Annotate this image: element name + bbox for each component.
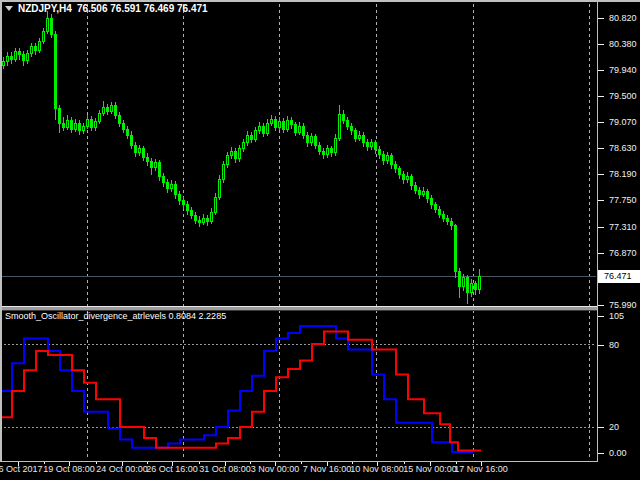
candle-bear bbox=[355, 131, 357, 138]
candle-bull bbox=[327, 149, 329, 155]
candle-bear bbox=[447, 218, 449, 221]
candle-bull bbox=[103, 107, 105, 113]
candle-bear bbox=[283, 121, 285, 129]
candle-bear bbox=[159, 163, 161, 177]
candle-bear bbox=[415, 186, 417, 191]
candle-bull bbox=[463, 278, 465, 287]
candle-bull bbox=[239, 149, 241, 159]
candle-bear bbox=[379, 150, 381, 155]
candle-bull bbox=[223, 165, 225, 180]
candle-bear bbox=[307, 135, 309, 143]
candle-bear bbox=[191, 211, 193, 216]
candle-bull bbox=[111, 105, 113, 111]
candle-bull bbox=[27, 54, 29, 61]
indicator-label: Smooth_Oscillator_divergence_atrlevels 0… bbox=[5, 311, 226, 321]
current-price-value: 76.471 bbox=[604, 271, 632, 281]
candle-bear bbox=[251, 135, 253, 139]
candle-bear bbox=[23, 55, 25, 61]
candle-bull bbox=[39, 42, 41, 50]
candle-bull bbox=[155, 163, 157, 168]
candle-bear bbox=[363, 135, 365, 143]
candle-bull bbox=[423, 192, 425, 195]
price-axis-label: 78.190 bbox=[609, 169, 637, 179]
candle-bear bbox=[263, 126, 265, 133]
candle-bear bbox=[399, 169, 401, 175]
candle-bull bbox=[371, 143, 373, 147]
time-axis-label: 19 Oct 08:00 bbox=[43, 464, 95, 474]
candle-bull bbox=[339, 114, 341, 138]
candle-bull bbox=[359, 135, 361, 138]
candle-bear bbox=[63, 123, 65, 127]
candle-bear bbox=[115, 105, 117, 115]
candle-bear bbox=[411, 177, 413, 186]
candle-bull bbox=[231, 151, 233, 156]
candle-bull bbox=[83, 126, 85, 131]
candle-bull bbox=[243, 143, 245, 149]
candle-bear bbox=[443, 214, 445, 218]
candle-bear bbox=[431, 199, 433, 205]
price-axis-label: 75.990 bbox=[609, 300, 637, 310]
candle-bear bbox=[419, 190, 421, 194]
candle-bear bbox=[455, 226, 457, 272]
candle-bear bbox=[343, 114, 345, 120]
candle-bear bbox=[151, 162, 153, 168]
candle-bull bbox=[171, 184, 173, 188]
price-axis-label: 76.870 bbox=[609, 248, 637, 258]
pane-separator bbox=[0, 307, 598, 310]
candle-bear bbox=[295, 125, 297, 132]
candle-bear bbox=[79, 123, 81, 131]
indicator-axis-label: 80 bbox=[609, 340, 619, 350]
candle-bear bbox=[107, 107, 109, 111]
time-axis-label: 31 Oct 08:00 bbox=[199, 464, 251, 474]
candle-bear bbox=[207, 218, 209, 221]
candle-bear bbox=[55, 34, 57, 108]
time-axis-label: 10 Nov 08:00 bbox=[350, 464, 404, 474]
price-axis-label: 79.500 bbox=[609, 91, 637, 101]
candle-bear bbox=[235, 151, 237, 159]
candle-bear bbox=[367, 143, 369, 147]
candle-bull bbox=[43, 31, 45, 42]
candle-bull bbox=[227, 156, 229, 165]
candle-bear bbox=[347, 120, 349, 126]
candle-bull bbox=[47, 18, 49, 31]
chart-title-bar: NZDJPY,H4 76.506 76.591 76.469 76.471 bbox=[5, 3, 208, 14]
candle-bull bbox=[471, 284, 473, 293]
candle-bull bbox=[67, 120, 69, 127]
candle-bear bbox=[451, 221, 453, 226]
indicator-axis-label: 105 bbox=[609, 311, 624, 321]
time-axis-label: 26 Oct 16:00 bbox=[146, 464, 198, 474]
candle-bull bbox=[271, 119, 273, 123]
candle-bear bbox=[199, 220, 201, 222]
current-price-box: 76.471 bbox=[598, 270, 640, 283]
candle-bear bbox=[375, 143, 377, 150]
candle-bear bbox=[59, 108, 61, 123]
window-border-top bbox=[0, 0, 640, 2]
candle-bull bbox=[259, 126, 261, 131]
candle-bear bbox=[331, 149, 333, 153]
indicator-axis-label: 20 bbox=[609, 422, 619, 432]
candle-bear bbox=[291, 120, 293, 125]
candle-bear bbox=[351, 126, 353, 131]
candle-bear bbox=[395, 165, 397, 169]
chart-canvas[interactable] bbox=[0, 0, 640, 480]
candle-bear bbox=[383, 155, 385, 161]
candle-bear bbox=[391, 156, 393, 165]
candle-bull bbox=[387, 156, 389, 161]
candle-bear bbox=[123, 123, 125, 129]
candle-bull bbox=[299, 126, 301, 132]
candle-bear bbox=[11, 56, 13, 60]
candle-bull bbox=[407, 177, 409, 180]
candle-bull bbox=[7, 56, 9, 62]
ohlc-values: 76.506 76.591 76.469 76.471 bbox=[77, 3, 208, 14]
candle-bull bbox=[215, 197, 217, 212]
candle-bear bbox=[175, 184, 177, 194]
candle-bear bbox=[19, 51, 21, 55]
candle-bear bbox=[35, 47, 37, 51]
candle-bull bbox=[95, 121, 97, 128]
candle-bull bbox=[75, 123, 77, 129]
candle-bull bbox=[15, 51, 17, 59]
window-border-left bbox=[0, 0, 2, 461]
symbol-dropdown-icon[interactable] bbox=[5, 6, 13, 11]
candle-bull bbox=[335, 138, 337, 153]
time-axis-label: 3 Nov 00:00 bbox=[251, 464, 300, 474]
